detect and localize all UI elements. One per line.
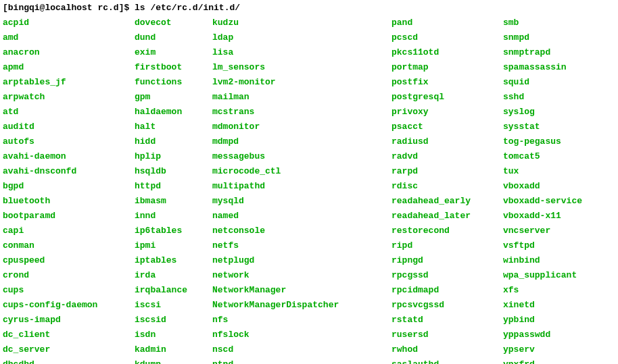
file-entry: tux [503, 164, 582, 179]
file-entry: postgresql [391, 90, 503, 105]
file-entry: kdump [135, 357, 212, 364]
file-entry: auditd [3, 120, 135, 134]
file-entry: anacron [3, 45, 135, 60]
file-entry: mdmpd [212, 134, 391, 149]
file-entry: kudzu [212, 16, 391, 30]
file-entry: bluetooth [3, 194, 135, 209]
file-entry: ipmi [135, 238, 212, 253]
file-entry: bgpd [3, 179, 135, 194]
file-entry: smb [503, 16, 582, 30]
file-entry: readahead_early [391, 194, 503, 209]
file-entry: wpa_supplicant [503, 268, 582, 283]
file-entry: vboxadd [503, 179, 582, 194]
file-entry: amd [3, 30, 135, 45]
file-entry: vboxadd-x11 [503, 209, 582, 224]
file-entry: saslauthd [391, 357, 503, 364]
file-entry: messagebus [212, 149, 391, 164]
file-entry: ibmasm [135, 194, 212, 209]
file-entry: dc_server [3, 342, 135, 357]
file-entry: nscd [212, 342, 391, 357]
file-entry: nfs [212, 313, 391, 328]
file-entry: xfs [503, 283, 582, 298]
file-entry: exim [135, 45, 212, 60]
file-entry: NetworkManager [212, 283, 391, 298]
file-entry: irda [135, 268, 212, 283]
file-entry: dund [135, 30, 212, 45]
file-entry: crond [3, 268, 135, 283]
file-entry: netplugd [212, 253, 391, 268]
file-entry: pkcs11otd [391, 45, 503, 60]
file-entry: bootparamd [3, 209, 135, 224]
file-entry: yppasswdd [503, 328, 582, 342]
file-entry: vsftpd [503, 238, 582, 253]
file-entry: gpm [135, 90, 212, 105]
file-entry: avahi-daemon [3, 149, 135, 164]
file-entry: dc_client [3, 328, 135, 342]
file-entry: iscsid [135, 313, 212, 328]
file-entry: xinetd [503, 298, 582, 313]
file-entry: mailman [212, 90, 391, 105]
file-entry: mysqld [212, 194, 391, 209]
file-entry: iptables [135, 253, 212, 268]
file-entry: netconsole [212, 224, 391, 238]
file-entry: network [212, 268, 391, 283]
file-entry: mdmonitor [212, 120, 391, 134]
file-entry: hsqldb [135, 164, 212, 179]
file-entry: cpuspeed [3, 253, 135, 268]
file-entry: tomcat5 [503, 149, 582, 164]
column-5: smbsnmpdsnmptrapdspamassassinsquidsshdsy… [503, 16, 582, 364]
file-entry: autofs [3, 134, 135, 149]
file-entry: kadmin [135, 342, 212, 357]
file-entry: hplip [135, 149, 212, 164]
file-entry: privoxy [391, 105, 503, 120]
file-entry: ripngd [391, 253, 503, 268]
file-entry: sysstat [503, 120, 582, 134]
file-entry: squid [503, 75, 582, 90]
file-entry: rdisc [391, 179, 503, 194]
column-4: pandpcscdpkcs11otdportmappostfixpostgres… [391, 16, 503, 364]
file-entry: innd [135, 209, 212, 224]
file-entry: lm_sensors [212, 60, 391, 75]
file-entry: lisa [212, 45, 391, 60]
file-entry: rusersd [391, 328, 503, 342]
column-3: kudzuldaplisalm_sensorslvm2-monitormailm… [212, 16, 391, 364]
file-entry: cyrus-imapd [3, 313, 135, 328]
file-entry: conman [3, 238, 135, 253]
file-entry: haldaemon [135, 105, 212, 120]
file-entry: irqbalance [135, 283, 212, 298]
column-2: dovecotdundeximfirstbootfunctionsgpmhald… [135, 16, 212, 364]
file-entry: httpd [135, 179, 212, 194]
column-1: acpidamdanacronapmdarptables_jfarpwatcha… [3, 16, 135, 364]
file-entry: arpwatch [3, 90, 135, 105]
file-entry: NetworkManagerDispatcher [212, 298, 391, 313]
file-entry: named [212, 209, 391, 224]
file-entry: lvm2-monitor [212, 75, 391, 90]
file-entry: firstboot [135, 60, 212, 75]
file-entry: rpcsvcgssd [391, 298, 503, 313]
file-entry: postfix [391, 75, 503, 90]
file-entry: atd [3, 105, 135, 120]
file-entry: vboxadd-service [503, 194, 582, 209]
file-entry: winbind [503, 253, 582, 268]
file-entry: rpcgssd [391, 268, 503, 283]
file-entry: ldap [212, 30, 391, 45]
file-entry: ip6tables [135, 224, 212, 238]
file-entry: pand [391, 16, 503, 30]
file-entry: acpid [3, 16, 135, 30]
file-entry: nfslock [212, 328, 391, 342]
file-entry: rpcidmapd [391, 283, 503, 298]
file-entry: readahead_later [391, 209, 503, 224]
file-entry: portmap [391, 60, 503, 75]
file-entry: cups [3, 283, 135, 298]
file-entry: cups-config-daemon [3, 298, 135, 313]
file-entry: radvd [391, 149, 503, 164]
file-entry: rstatd [391, 313, 503, 328]
file-entry: dhcdbd [3, 357, 135, 364]
file-entry: psacct [391, 120, 503, 134]
file-entry: ripd [391, 238, 503, 253]
file-entry: snmptrapd [503, 45, 582, 60]
file-entry: arptables_jf [3, 75, 135, 90]
file-entry: rwhod [391, 342, 503, 357]
file-entry: netfs [212, 238, 391, 253]
file-entry: ypbind [503, 313, 582, 328]
